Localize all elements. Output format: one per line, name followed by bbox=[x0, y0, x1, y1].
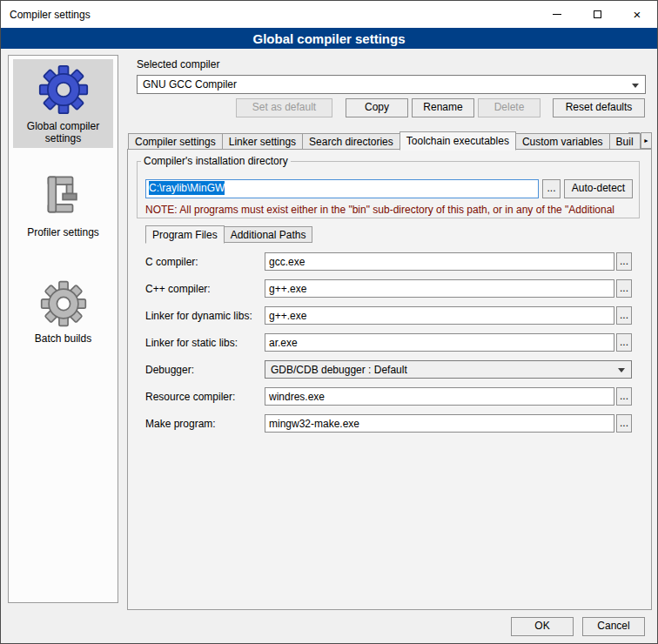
rename-button[interactable]: Rename bbox=[412, 98, 474, 117]
tab-search-directories[interactable]: Search directories bbox=[302, 133, 400, 150]
close-button[interactable]: × bbox=[617, 1, 657, 28]
c-compiler-input[interactable] bbox=[265, 252, 614, 271]
window-title: Compiler settings bbox=[10, 9, 91, 21]
selected-compiler-label: Selected compiler bbox=[137, 58, 219, 70]
chevron-down-icon bbox=[618, 368, 625, 372]
linker-dynamic-browse-button[interactable]: ... bbox=[616, 306, 632, 325]
profiler-tool-icon bbox=[39, 172, 88, 221]
compiler-select[interactable]: GNU GCC Compiler bbox=[137, 75, 646, 94]
c-compiler-browse-button[interactable]: ... bbox=[616, 252, 632, 271]
gear-icon bbox=[38, 64, 89, 115]
cpp-compiler-label: C++ compiler: bbox=[145, 283, 211, 295]
make-program-browse-button[interactable]: ... bbox=[616, 414, 632, 433]
tab-build-options[interactable]: Buil bbox=[609, 133, 641, 150]
window-controls: × bbox=[537, 1, 657, 28]
bin-subdirectory-note: NOTE: All programs must exist either in … bbox=[145, 204, 640, 216]
compiler-settings-dialog: Compiler settings × Global compiler sett… bbox=[0, 0, 658, 644]
auto-detect-button[interactable]: Auto-detect bbox=[564, 179, 633, 198]
subtab-program-files[interactable]: Program Files bbox=[145, 225, 225, 244]
make-program-input[interactable] bbox=[265, 414, 614, 433]
linker-static-browse-button[interactable]: ... bbox=[616, 333, 632, 352]
copy-button[interactable]: Copy bbox=[346, 98, 408, 117]
sidebar-item-profiler-settings[interactable]: Profiler settings bbox=[13, 167, 113, 242]
tab-linker-settings[interactable]: Linker settings bbox=[222, 133, 303, 150]
sidebar-item-label: Batch builds bbox=[13, 332, 113, 348]
install-dir-input[interactable]: C:\raylib\MinGW bbox=[145, 179, 539, 198]
compiler-select-value: GNU GCC Compiler bbox=[143, 78, 237, 91]
titlebar: Compiler settings × bbox=[1, 1, 657, 28]
set-as-default-button[interactable]: Set as default bbox=[236, 98, 332, 117]
cpp-compiler-browse-button[interactable]: ... bbox=[616, 279, 632, 298]
tab-custom-variables[interactable]: Custom variables bbox=[515, 133, 610, 150]
make-program-label: Make program: bbox=[145, 418, 216, 430]
gray-gear-icon bbox=[40, 280, 87, 327]
minimize-button[interactable] bbox=[537, 1, 577, 28]
page-title: Global compiler settings bbox=[1, 28, 657, 49]
resource-compiler-input[interactable] bbox=[265, 387, 614, 406]
delete-button[interactable]: Delete bbox=[478, 98, 540, 117]
cpp-compiler-input[interactable] bbox=[265, 279, 614, 298]
debugger-label: Debugger: bbox=[145, 364, 194, 376]
debugger-select-value: GDB/CDB debugger : Default bbox=[271, 364, 407, 376]
linker-static-input[interactable] bbox=[265, 333, 614, 352]
sidebar-item-label: Global compiler settings bbox=[13, 120, 113, 148]
sidebar-item-label: Profiler settings bbox=[13, 226, 113, 242]
ok-button[interactable]: OK bbox=[511, 617, 574, 636]
chevron-down-icon bbox=[632, 84, 639, 88]
debugger-select[interactable]: GDB/CDB debugger : Default bbox=[265, 360, 632, 379]
install-dir-value: C:\raylib\MinGW bbox=[149, 181, 225, 195]
settings-category-list: Global compiler settings Profiler settin… bbox=[8, 55, 118, 603]
resource-compiler-browse-button[interactable]: ... bbox=[616, 387, 632, 406]
maximize-icon bbox=[594, 10, 601, 18]
installation-directory-legend: Compiler's installation directory bbox=[141, 155, 291, 167]
reset-defaults-button[interactable]: Reset defaults bbox=[553, 98, 645, 117]
tab-scroll-right-button[interactable]: ► bbox=[641, 132, 652, 149]
subtab-additional-paths[interactable]: Additional Paths bbox=[224, 226, 313, 243]
sidebar-item-batch-builds[interactable]: Batch builds bbox=[13, 275, 113, 348]
c-compiler-label: C compiler: bbox=[145, 256, 198, 268]
cancel-button[interactable]: Cancel bbox=[582, 617, 645, 636]
close-icon: × bbox=[634, 8, 641, 21]
program-files-tabstrip: Program Files Additional Paths bbox=[145, 225, 312, 243]
settings-tabstrip: Compiler settings Linker settings Search… bbox=[128, 131, 640, 150]
linker-static-label: Linker for static libs: bbox=[145, 337, 238, 349]
resource-compiler-label: Resource compiler: bbox=[145, 391, 235, 403]
tab-toolchain-executables[interactable]: Toolchain executables bbox=[400, 131, 516, 151]
minimize-icon bbox=[553, 14, 561, 15]
sidebar-item-global-compiler-settings[interactable]: Global compiler settings bbox=[13, 59, 113, 148]
linker-dynamic-label: Linker for dynamic libs: bbox=[145, 310, 252, 322]
tab-compiler-settings[interactable]: Compiler settings bbox=[128, 133, 223, 150]
maximize-button[interactable] bbox=[577, 1, 617, 28]
install-dir-browse-button[interactable]: ... bbox=[542, 179, 561, 198]
linker-dynamic-input[interactable] bbox=[265, 306, 614, 325]
